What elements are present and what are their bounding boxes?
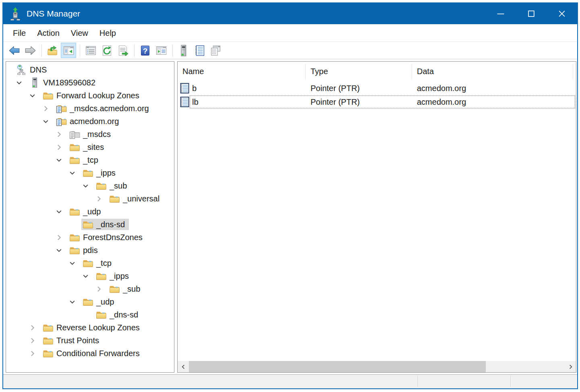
- chevron-expanded-icon[interactable]: [81, 179, 95, 192]
- column-header-name[interactable]: Name: [182, 62, 204, 81]
- chevron-collapsed-icon[interactable]: [55, 231, 68, 244]
- server-button[interactable]: [176, 43, 191, 58]
- chevron-expanded-icon[interactable]: [55, 153, 68, 166]
- scrollbar-thumb[interactable]: [189, 361, 486, 372]
- tree-item-label: _ipps: [96, 168, 116, 178]
- tree-item-forestdnszones[interactable]: ForestDnsZones: [6, 231, 174, 244]
- tree-item-dns-sd[interactable]: _dns-sd: [6, 308, 174, 321]
- tree-item-sites[interactable]: _sites: [6, 141, 174, 153]
- menu-help[interactable]: Help: [94, 25, 122, 41]
- menu-file[interactable]: File: [7, 25, 31, 41]
- column-separator[interactable]: [305, 64, 306, 79]
- tree-item-sub[interactable]: _sub: [6, 282, 174, 295]
- tree-item-ipps[interactable]: _ipps: [6, 270, 174, 282]
- tree-item-content: _tcp: [68, 154, 102, 166]
- zone-icon: [56, 103, 67, 114]
- up-level-icon: [47, 45, 58, 56]
- tree-item-reverse-lookup-zones[interactable]: Reverse Lookup Zones: [6, 321, 174, 334]
- tree-item-dns-sd[interactable]: _dns-sd: [6, 218, 174, 231]
- dns-app-icon[interactable]: [9, 7, 22, 21]
- chevron-collapsed-icon[interactable]: [55, 141, 68, 153]
- tree-item-label: _sites: [83, 143, 104, 152]
- up-one-level-button[interactable]: [45, 43, 60, 58]
- record-book-icon: [194, 45, 205, 56]
- tree-item-msdcs[interactable]: _msdcs: [6, 128, 174, 141]
- minimize-button[interactable]: [485, 3, 516, 24]
- chevron-collapsed-icon[interactable]: [41, 102, 55, 115]
- chevron-collapsed-icon[interactable]: [95, 282, 108, 295]
- tree-item-forward-lookup-zones[interactable]: Forward Lookup Zones: [6, 89, 174, 102]
- table-row-lb[interactable]: lbPointer (PTR)acmedom.org: [178, 95, 576, 109]
- tree-item-label: _dns-sd: [96, 220, 125, 229]
- chevron-expanded-icon[interactable]: [55, 205, 68, 218]
- maximize-button[interactable]: [516, 3, 547, 24]
- tree-item-tcp[interactable]: _tcp: [6, 153, 174, 166]
- cell-data: acmedom.org: [417, 95, 466, 109]
- console-tree-icon: [63, 45, 75, 56]
- cell-name: b: [192, 81, 197, 95]
- back-button[interactable]: [6, 43, 22, 58]
- tree-item-pdis[interactable]: pdis: [6, 244, 174, 257]
- chevron-expanded-icon[interactable]: [28, 89, 41, 102]
- chevron-expanded-icon[interactable]: [15, 76, 28, 89]
- record-book-button[interactable]: [192, 43, 207, 58]
- cell-type: Pointer (PTR): [311, 95, 360, 109]
- tree-item-vm189596082[interactable]: VM189596082: [6, 76, 174, 89]
- horizontal-scrollbar[interactable]: [178, 361, 576, 372]
- properties-button[interactable]: [83, 43, 98, 58]
- tree-item-sub[interactable]: _sub: [6, 179, 174, 192]
- column-separator[interactable]: [573, 64, 573, 79]
- menu-view[interactable]: View: [65, 25, 94, 41]
- chevron-expanded-icon[interactable]: [68, 295, 81, 308]
- minimize-icon: [494, 7, 508, 21]
- folder-icon: [109, 284, 120, 294]
- refresh-button[interactable]: [99, 43, 114, 58]
- chevron-collapsed-icon[interactable]: [28, 347, 41, 360]
- help-button[interactable]: ?: [137, 43, 153, 58]
- tree-item-trust-points[interactable]: Trust Points: [6, 334, 174, 347]
- column-header-type[interactable]: Type: [311, 62, 328, 81]
- new-window-button[interactable]: [153, 43, 169, 58]
- table-row-b[interactable]: bPointer (PTR)acmedom.org: [178, 81, 576, 95]
- chevron-expanded-icon[interactable]: [41, 115, 55, 128]
- forward-button[interactable]: [23, 43, 38, 58]
- tree-item-udp[interactable]: _udp: [6, 205, 174, 218]
- chevron-expanded-icon[interactable]: [68, 257, 81, 270]
- chevron-expanded-icon[interactable]: [81, 270, 95, 282]
- server-icon: [29, 77, 40, 88]
- tree-item-content: _sub: [108, 283, 144, 295]
- tree-item-acmedom-org[interactable]: acmedom.org: [6, 115, 174, 128]
- tree-item-universal[interactable]: _universal: [6, 192, 174, 205]
- copy-button[interactable]: [208, 43, 223, 58]
- menu-action[interactable]: Action: [31, 25, 65, 41]
- tree-item-ipps[interactable]: _ipps: [6, 166, 174, 179]
- tree-item-tcp[interactable]: _tcp: [6, 257, 174, 270]
- chevron-collapsed-icon[interactable]: [28, 321, 41, 334]
- refresh-icon: [101, 45, 113, 56]
- export-list-button[interactable]: [115, 43, 130, 58]
- close-button[interactable]: [547, 3, 577, 24]
- server-icon: [178, 45, 189, 56]
- statusbar-separator: [510, 376, 511, 387]
- copy-icon: [210, 45, 222, 56]
- column-header-data[interactable]: Data: [417, 62, 434, 81]
- chevron-expanded-icon[interactable]: [55, 244, 68, 257]
- chevron-collapsed-icon[interactable]: [55, 128, 68, 141]
- chevron-expanded-icon[interactable]: [68, 166, 81, 179]
- column-separator[interactable]: [412, 64, 412, 79]
- console-tree-pane: DNSVM189596082Forward Lookup Zones_msdcs…: [6, 61, 174, 373]
- tree-item-conditional-forwarders[interactable]: Conditional Forwarders: [6, 347, 174, 360]
- chevron-collapsed-icon[interactable]: [95, 192, 108, 205]
- toolbar-separator: [134, 44, 135, 57]
- tree-item-udp[interactable]: _udp: [6, 295, 174, 308]
- tree-item-dns[interactable]: DNS: [6, 63, 174, 76]
- folder-icon: [95, 180, 107, 191]
- record-icon: [180, 83, 189, 93]
- scroll-left-icon[interactable]: [178, 361, 189, 372]
- tree-item-label: _dns-sd: [110, 310, 138, 319]
- scroll-right-icon[interactable]: [565, 361, 576, 372]
- chevron-collapsed-icon[interactable]: [28, 334, 41, 347]
- show-hide-console-tree-button[interactable]: [61, 43, 76, 58]
- tree-item-msdcs-acmedom-org[interactable]: _msdcs.acmedom.org: [6, 102, 174, 115]
- record-icon: [180, 97, 189, 107]
